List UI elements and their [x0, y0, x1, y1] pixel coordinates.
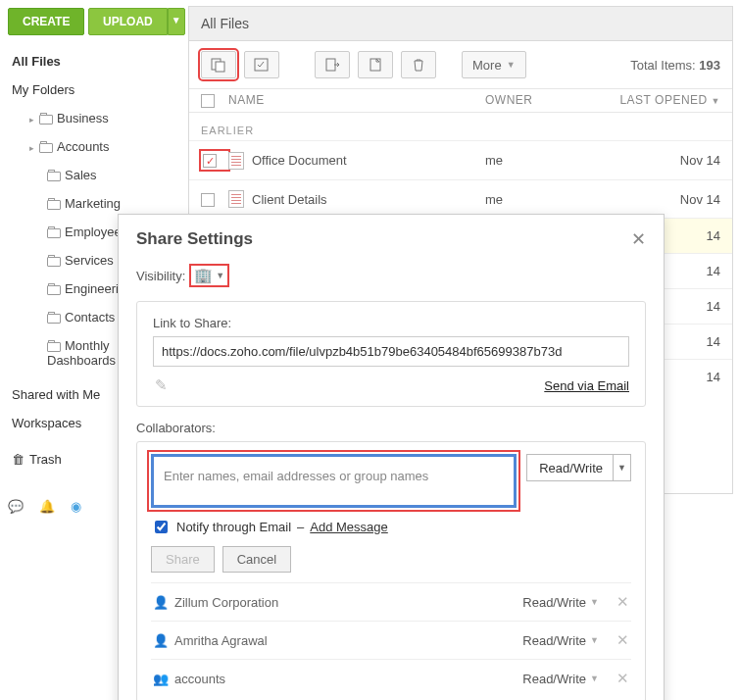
- edit-link-button[interactable]: ✎: [155, 376, 168, 394]
- permission-select[interactable]: Read/Write ▼: [526, 454, 631, 481]
- folder-icon: [47, 228, 61, 238]
- upload-dropdown-toggle[interactable]: ▼: [168, 8, 185, 35]
- share-link-field[interactable]: https://docs.zoho.com/file/ulvpzb4b51b79…: [153, 336, 629, 367]
- group-earlier: EARLIER: [189, 113, 732, 140]
- create-button[interactable]: CREATE: [8, 8, 84, 35]
- add-message-link[interactable]: Add Message: [310, 520, 388, 534]
- send-via-email-link[interactable]: Send via Email: [544, 378, 629, 393]
- table-row[interactable]: Client Details me Nov 14: [189, 179, 732, 218]
- chat-icon[interactable]: 💬: [8, 499, 24, 514]
- collaborator-row: 👤 Zillum Corporation Read/Write ▼ ✕: [151, 582, 631, 621]
- row-checkbox[interactable]: [201, 193, 215, 207]
- upload-button[interactable]: UPLOAD: [88, 8, 168, 35]
- svg-rect-1: [216, 62, 224, 72]
- organization-icon: 🏢: [194, 267, 213, 284]
- bell-icon[interactable]: 🔔: [39, 499, 55, 514]
- folder-icon: [47, 257, 61, 267]
- collaborator-row: 👤 Amritha Agrawal Read/Write ▼ ✕: [151, 621, 631, 659]
- folder-icon: [47, 172, 61, 181]
- row-checkbox[interactable]: [203, 154, 217, 168]
- folder-icon: [47, 200, 61, 210]
- delete-button[interactable]: [401, 51, 436, 78]
- table-row[interactable]: Office Document me Nov 14: [189, 140, 732, 180]
- folder-icon: [39, 143, 53, 153]
- notify-checkbox[interactable]: [155, 521, 168, 533]
- folder-icon: [47, 285, 61, 295]
- remove-collaborator-button[interactable]: ✕: [616, 670, 629, 687]
- person-icon: 👤: [153, 633, 167, 648]
- close-button[interactable]: ✕: [631, 228, 646, 250]
- group-icon: 👥: [153, 672, 167, 686]
- person-icon: 👤: [153, 595, 167, 610]
- chevron-down-icon[interactable]: ▼: [590, 674, 599, 683]
- col-date[interactable]: LAST OPENED ▼: [603, 93, 720, 108]
- panel-title: All Files: [189, 7, 732, 41]
- visibility-selector[interactable]: 🏢 ▼: [189, 264, 229, 287]
- col-owner[interactable]: OWNER: [485, 93, 603, 108]
- notify-label: Notify through Email: [176, 520, 291, 534]
- cancel-button[interactable]: Cancel: [222, 546, 291, 573]
- collaborator-input[interactable]: Enter names, email addresses or group na…: [151, 454, 517, 508]
- document-icon: [228, 152, 244, 170]
- chevron-down-icon: ▼: [613, 455, 630, 480]
- sidebar-all-files[interactable]: All Files: [8, 47, 184, 75]
- visibility-label: Visibility:: [136, 269, 185, 283]
- select-all-checkbox[interactable]: [201, 94, 215, 108]
- folder-icon: [39, 115, 53, 125]
- link-label: Link to Share:: [153, 316, 629, 330]
- chevron-down-icon[interactable]: ▼: [590, 635, 599, 645]
- svg-rect-3: [326, 59, 335, 71]
- sidebar-my-folders[interactable]: My Folders: [8, 75, 184, 104]
- task-button[interactable]: [244, 51, 279, 78]
- toolbar: More▼ Total Items: 193: [189, 41, 732, 88]
- total-items: Total Items: 193: [630, 58, 720, 73]
- chevron-down-icon[interactable]: ▼: [590, 597, 599, 607]
- sidebar-folder-accounts[interactable]: ▸Accounts: [8, 132, 184, 161]
- more-menu[interactable]: More▼: [462, 51, 526, 78]
- collaborators-label: Collaborators:: [136, 421, 646, 435]
- sidebar-folder-business[interactable]: ▸Business: [8, 104, 184, 132]
- remove-collaborator-button[interactable]: ✕: [616, 593, 629, 611]
- folder-icon: [47, 342, 61, 352]
- document-icon: [228, 190, 244, 208]
- collaborator-row: 👥 accounts Read/Write ▼ ✕: [151, 659, 631, 697]
- modal-title: Share Settings: [136, 229, 631, 249]
- share-button[interactable]: [201, 51, 236, 78]
- share-submit-button[interactable]: Share: [151, 546, 215, 573]
- row-permission[interactable]: Read/Write: [522, 633, 586, 648]
- col-name[interactable]: NAME: [228, 93, 485, 108]
- folder-icon: [47, 314, 61, 324]
- share-settings-modal: Share Settings ✕ Visibility: 🏢 ▼ Link to…: [118, 214, 665, 700]
- export-button[interactable]: [315, 51, 350, 78]
- trash-icon: 🗑: [12, 452, 25, 467]
- chevron-down-icon: ▼: [507, 60, 516, 70]
- presence-icon[interactable]: ◉: [71, 499, 81, 514]
- copy-button[interactable]: [358, 51, 393, 78]
- row-permission[interactable]: Read/Write: [522, 595, 586, 610]
- sidebar-folder-sales[interactable]: Sales: [8, 161, 184, 189]
- row-permission[interactable]: Read/Write: [522, 672, 586, 686]
- chevron-down-icon: ▼: [216, 271, 224, 280]
- remove-collaborator-button[interactable]: ✕: [616, 631, 629, 649]
